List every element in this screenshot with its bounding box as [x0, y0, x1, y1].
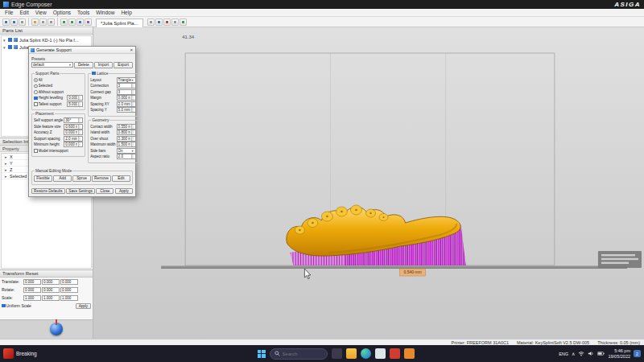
accuracy-z-field[interactable]: 0.000 mm [64, 130, 83, 135]
toolbar-icon[interactable] [10, 19, 18, 26]
self-support-angle-field[interactable]: 30° [64, 117, 83, 123]
layout-select[interactable]: Triangle▾ [117, 77, 136, 83]
scale-x-field[interactable]: 1.000 [23, 295, 41, 301]
rotate-z-field[interactable]: 0.000 [60, 287, 78, 293]
preset-import-button[interactable]: Import [94, 62, 114, 68]
file-explorer-icon[interactable] [346, 348, 357, 359]
side-feature-size-field[interactable]: 0.600 mm [64, 124, 83, 130]
tree-expand-icon[interactable]: ▾ [3, 45, 6, 50]
translate-z-field[interactable]: 0.000 [60, 279, 78, 285]
spacing-xy-field[interactable]: 2.0 mm [117, 101, 136, 107]
minimum-height-field[interactable]: 0.000 mm [64, 142, 83, 147]
toolbar-icon[interactable] [163, 19, 171, 26]
margin-field[interactable]: 0.000 mm [117, 95, 136, 101]
radio-without-support[interactable]: Without support [34, 89, 83, 96]
uniform-scale-checkbox[interactable] [2, 304, 6, 308]
taskbar-app-icon[interactable] [375, 348, 386, 359]
toolbar-icon[interactable] [180, 19, 187, 26]
menu-file[interactable]: File [2, 10, 16, 15]
tallest-support-field[interactable]: 5.000 mm [67, 101, 83, 107]
connect-gap-field[interactable]: 3 [117, 89, 136, 95]
tree-expand-icon[interactable]: ▾ [3, 38, 6, 43]
radio-icon[interactable] [34, 90, 38, 94]
translate-x-field[interactable]: 0.000 [23, 279, 41, 285]
remove-button[interactable]: Remove [92, 175, 111, 182]
parts-list-item[interactable]: ▾ Julia Splint KD-1 (-) No Pla f... [2, 36, 91, 43]
flexible-button[interactable]: Flexible [34, 175, 52, 182]
radio-all[interactable]: All [34, 77, 83, 84]
menu-options[interactable]: Options [50, 10, 74, 15]
toolbar-icon[interactable] [76, 19, 84, 26]
menu-view[interactable]: View [32, 10, 50, 15]
toolbar-icon[interactable] [147, 19, 155, 26]
language-indicator[interactable]: ENG [559, 352, 568, 356]
spinner-icon[interactable] [78, 96, 80, 100]
taskbar-app-icon[interactable] [390, 348, 400, 359]
translate-y-field[interactable]: 0.000 [42, 279, 60, 285]
height-levelling-field[interactable]: 0.000 mm [67, 95, 83, 101]
notification-badge[interactable]: 2 [634, 350, 641, 357]
search-input[interactable] [283, 352, 323, 356]
toolbar-icon[interactable] [85, 19, 92, 26]
radio-selected[interactable]: Selected [34, 83, 83, 89]
tallest-support-checkbox[interactable] [34, 102, 38, 106]
over-shoot-field[interactable]: 0.300 mm [117, 136, 136, 142]
document-tab[interactable]: *Julia Splint Pla... [96, 19, 143, 27]
connection-field[interactable]: 3 [117, 83, 136, 88]
menu-tools[interactable]: Tools [74, 10, 93, 15]
scale-y-field[interactable]: 1.000 [42, 295, 60, 301]
restore-defaults-button[interactable]: Restore Defaults [31, 188, 65, 195]
transform-apply-button[interactable]: Apply [76, 303, 91, 309]
tray-expand-icon[interactable]: ∧ [572, 351, 575, 356]
lattice-checkbox[interactable] [92, 72, 96, 76]
dialog-title-bar[interactable]: Generate Support × [29, 47, 135, 54]
start-button[interactable] [258, 350, 266, 358]
model-intersupport-checkbox[interactable] [34, 149, 38, 153]
side-bars-select[interactable]: On▾ [117, 148, 136, 154]
toolbar-icon[interactable] [2, 19, 10, 26]
maximum-width-field[interactable]: 1.500 mm [117, 142, 136, 147]
toolbar-icon[interactable] [31, 19, 39, 26]
close-icon[interactable]: × [129, 47, 134, 52]
menu-help[interactable]: Help [118, 10, 134, 15]
browser-icon[interactable] [361, 348, 371, 359]
rotate-y-field[interactable]: 0.000 [42, 287, 60, 293]
viewport-3d[interactable]: 41.34 0.540 mm [93, 27, 644, 339]
radio-icon[interactable] [34, 84, 38, 88]
sprue-button[interactable]: Sprue [72, 175, 91, 182]
preset-export-button[interactable]: Export [114, 62, 133, 68]
part-visibility-checkbox[interactable] [8, 45, 12, 49]
toolbar-icon[interactable] [68, 19, 76, 26]
spacing-y-field[interactable]: 5.0 mm [117, 107, 136, 113]
close-button[interactable]: Close [96, 188, 114, 195]
widgets-button[interactable]: Breaking [0, 348, 113, 359]
toolbar-icon[interactable] [39, 19, 47, 26]
battery-icon[interactable] [597, 351, 605, 356]
toolbar-icon[interactable] [155, 19, 163, 26]
height-levelling-checkbox[interactable] [34, 97, 38, 101]
rotate-x-field[interactable]: 0.000 [23, 287, 41, 293]
menu-edit[interactable]: Edit [16, 10, 31, 15]
wifi-icon[interactable] [578, 351, 584, 356]
toolbar-icon[interactable] [47, 19, 55, 26]
preset-select[interactable]: default▾ [31, 62, 73, 68]
island-width-field[interactable]: 0.800 mm [117, 130, 136, 135]
toolbar-icon[interactable] [171, 19, 179, 26]
radio-icon[interactable] [34, 78, 38, 82]
taskbar-clock[interactable]: 5:46 pm 19/05/2022 [608, 348, 630, 359]
taskbar-app-icon[interactable] [404, 348, 415, 359]
apply-button[interactable]: Apply [115, 188, 133, 195]
contact-width-field[interactable]: 0.550 mm [117, 124, 136, 130]
support-spacing-field[interactable]: 2.0 mm [64, 136, 83, 142]
part-visibility-checkbox[interactable] [8, 38, 12, 42]
view-orientation-ball[interactable] [50, 323, 63, 335]
scale-z-field[interactable]: 1.000 [60, 295, 78, 301]
taskbar-app-icon[interactable] [332, 348, 342, 359]
edit-button[interactable]: Edit [112, 175, 130, 182]
preset-delete-button[interactable]: Delete [74, 62, 93, 68]
toolbar-icon[interactable] [19, 19, 26, 26]
spinner-icon[interactable] [78, 102, 80, 106]
add-button[interactable]: Add [53, 175, 72, 182]
save-settings-button[interactable]: Save Settings [66, 188, 95, 195]
volume-icon[interactable] [588, 351, 594, 356]
